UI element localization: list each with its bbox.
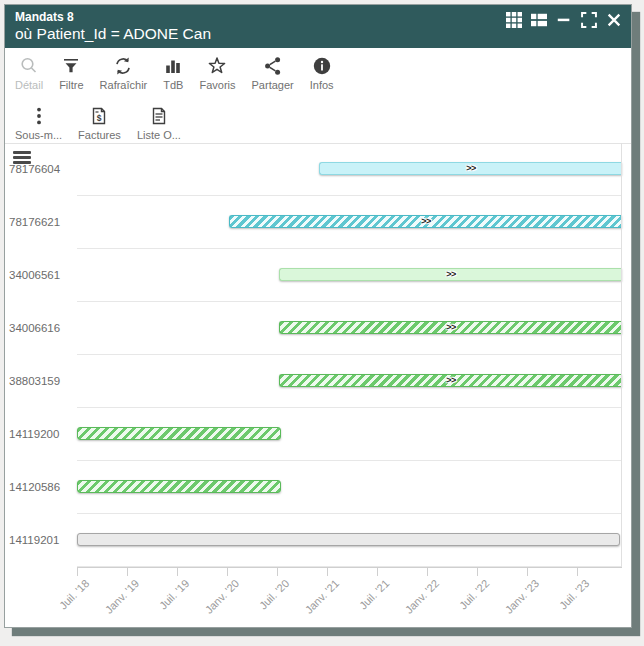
row-label: 14119201: [9, 514, 73, 567]
axis-tick: [77, 567, 78, 576]
axis-tick-label: Juil. '19: [157, 577, 192, 612]
axis-tick-label: Janv. '21: [303, 577, 342, 616]
toolbar-button-rafraichir[interactable]: Rafraîchir: [92, 50, 156, 93]
bar-progress-marker: >>: [446, 323, 456, 332]
gantt-bar[interactable]: >>: [319, 162, 622, 175]
hamburger-bar: [13, 161, 31, 164]
hamburger-bar: [13, 151, 31, 154]
gantt-bar[interactable]: [77, 427, 281, 440]
axis-tick-label: Juil. '18: [57, 577, 92, 612]
axis-tick-label: Juil. '20: [257, 577, 292, 612]
close-icon[interactable]: [606, 12, 622, 28]
toolbar-button-filtre[interactable]: Filtre: [51, 50, 91, 93]
x-axis-line: [77, 567, 622, 568]
axis-tick-label: Janv. '22: [403, 577, 442, 616]
axis-tick: [427, 567, 428, 576]
axis-tick: [327, 567, 328, 576]
gantt-row: 14119201: [5, 514, 631, 567]
row-label: 34006616: [9, 302, 73, 355]
chart-menu-icon[interactable]: [13, 151, 31, 166]
toolbar-button-partager[interactable]: Partager: [244, 50, 302, 93]
svg-text:$: $: [97, 113, 102, 123]
axis-tick: [577, 567, 578, 576]
screen: Mandats 8 où Patient_Id = ADONE Can Déta…: [0, 0, 644, 646]
toolbar-button-factures[interactable]: $ Factures: [70, 100, 129, 143]
bar-progress-marker: >>: [421, 217, 431, 226]
toolbar-button-detail[interactable]: Détail: [7, 50, 51, 93]
gantt-row: 34006561>>: [5, 249, 631, 302]
axis-tick: [227, 567, 228, 576]
toolbar-button-sous-menu[interactable]: Sous-m...: [7, 100, 70, 143]
minimize-icon[interactable]: [556, 12, 572, 28]
toolbar-button-liste[interactable]: Liste O...: [129, 100, 189, 143]
bar-progress-marker: >>: [466, 164, 476, 173]
filter-icon: [61, 56, 81, 76]
toolbar-button-label: Détail: [15, 79, 43, 91]
gantt-row: 38803159>>: [5, 355, 631, 408]
axis-tick-label: Janv. '23: [503, 577, 542, 616]
axis-tick: [127, 567, 128, 576]
invoice-icon: $: [89, 106, 109, 126]
gantt-row: 78176621>>: [5, 196, 631, 249]
gantt-bar[interactable]: >>: [279, 374, 622, 387]
bar-progress-marker: >>: [446, 270, 456, 279]
window-controls: [506, 12, 622, 28]
gantt-bar[interactable]: >>: [229, 215, 622, 228]
axis-tick: [527, 567, 528, 576]
toolbar-button-label: Sous-m...: [15, 129, 62, 141]
gantt-row: 14119200: [5, 408, 631, 461]
axis-tick-label: Juil. '22: [457, 577, 492, 612]
toolbar-button-label: Infos: [310, 79, 334, 91]
gantt-row: 14120586: [5, 461, 631, 514]
axis-tick-label: Juil. '23: [557, 577, 592, 612]
row-label: 78176621: [9, 196, 73, 249]
row-label: 14119200: [9, 408, 73, 461]
plot-right-edge: [621, 143, 622, 567]
hamburger-bar: [13, 156, 31, 159]
document-list-icon: [149, 106, 169, 126]
share-icon: [263, 56, 283, 76]
gantt-bar[interactable]: [77, 533, 620, 546]
axis-tick-label: Juil. '21: [357, 577, 392, 612]
search-icon: [19, 56, 39, 76]
toolbar-button-label: Factures: [78, 129, 121, 141]
gantt-bar[interactable]: >>: [279, 321, 622, 334]
row-label: 38803159: [9, 355, 73, 408]
fullscreen-icon[interactable]: [581, 12, 597, 28]
gantt-row: 34006616>>: [5, 302, 631, 355]
star-icon: [207, 56, 227, 76]
toolbar-button-favoris[interactable]: Favoris: [191, 50, 243, 93]
row-label: 34006561: [9, 249, 73, 302]
refresh-icon: [113, 56, 133, 76]
toolbar-button-label: Favoris: [199, 79, 235, 91]
toolbar-secondary: Sous-m... $ Factures Liste O...: [7, 100, 189, 143]
gantt-chart: 78176604>>78176621>>34006561>>34006616>>…: [5, 143, 631, 629]
widget-window: Mandats 8 où Patient_Id = ADONE Can Déta…: [4, 4, 632, 628]
toolbar-button-label: Liste O...: [137, 129, 181, 141]
axis-tick: [277, 567, 278, 576]
axis-tick-label: Janv. '19: [103, 577, 142, 616]
toolbar-button-label: TdB: [163, 79, 183, 91]
grid-view-icon[interactable]: [506, 12, 522, 28]
kebab-menu-icon: [29, 106, 49, 126]
axis-tick: [477, 567, 478, 576]
axis-tick-label: Janv. '20: [203, 577, 242, 616]
window-header: Mandats 8 où Patient_Id = ADONE Can: [5, 5, 631, 48]
info-icon: [312, 56, 332, 76]
gantt-bar[interactable]: >>: [279, 268, 622, 281]
toolbar-button-label: Filtre: [59, 79, 83, 91]
gantt-bar[interactable]: [77, 480, 281, 493]
toolbar-button-label: Partager: [252, 79, 294, 91]
axis-tick: [177, 567, 178, 576]
toolbar-button-infos[interactable]: Infos: [302, 50, 342, 93]
bar-progress-marker: >>: [446, 376, 456, 385]
toolbar-button-label: Rafraîchir: [100, 79, 148, 91]
list-view-icon[interactable]: [531, 12, 547, 28]
toolbar-button-tdb[interactable]: TdB: [155, 50, 191, 93]
row-label: 14120586: [9, 461, 73, 514]
gantt-row: 78176604>>: [5, 143, 631, 196]
toolbar-primary: Détail Filtre Rafraîchir TdB Favoris Par…: [7, 50, 342, 93]
axis-tick: [377, 567, 378, 576]
bar-chart-icon: [163, 56, 183, 76]
